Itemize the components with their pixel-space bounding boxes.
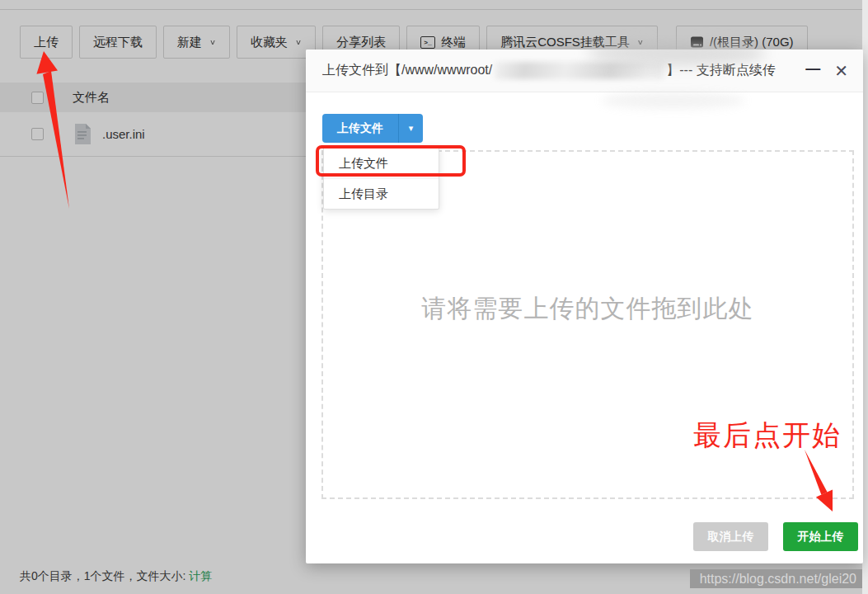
- upload-file-split-button[interactable]: 上传文件 ▾: [322, 114, 423, 143]
- title-suffix: 】--- 支持断点续传: [666, 62, 775, 79]
- file-manager-page: 上传 远程下载 新建 ∨ 收藏夹 ∨ 分享列表 >_ 终端 腾讯云COSFS挂载…: [0, 0, 868, 594]
- upload-file-button-label[interactable]: 上传文件: [322, 114, 399, 143]
- watermark: https://blog.csdn.net/glei20: [690, 569, 862, 588]
- scrollbar-track[interactable]: [862, 0, 868, 594]
- dropdown-caret-icon[interactable]: ▾: [399, 114, 423, 143]
- cancel-upload-button[interactable]: 取消上传: [693, 522, 768, 551]
- upload-dialog: 上传文件到【/www/wwwroot/ 】--- 支持断点续传 — ✕ 上传文件…: [306, 50, 863, 563]
- blur-smudge: [601, 92, 745, 109]
- redacted-path-blur: [495, 62, 664, 79]
- minimize-icon[interactable]: —: [805, 61, 820, 76]
- start-upload-button[interactable]: 开始上传: [783, 522, 858, 551]
- upload-type-menu: 上传文件 上传目录: [323, 147, 439, 210]
- window-controls: — ✕: [805, 63, 852, 79]
- upload-dialog-title: 上传文件到【/www/wwwroot/ 】--- 支持断点续传: [322, 62, 805, 79]
- menu-item-upload-file[interactable]: 上传文件: [324, 148, 439, 178]
- title-path-prefix: 上传文件到【/www/wwwroot/: [322, 62, 492, 79]
- menu-item-upload-directory[interactable]: 上传目录: [324, 178, 439, 208]
- upload-dialog-header: 上传文件到【/www/wwwroot/ 】--- 支持断点续传 — ✕: [306, 50, 863, 92]
- close-icon[interactable]: ✕: [834, 63, 848, 79]
- dropzone-placeholder: 请将需要上传的文件拖到此处: [422, 292, 754, 326]
- watermark-url: https://blog.csdn.net/glei20: [700, 572, 856, 587]
